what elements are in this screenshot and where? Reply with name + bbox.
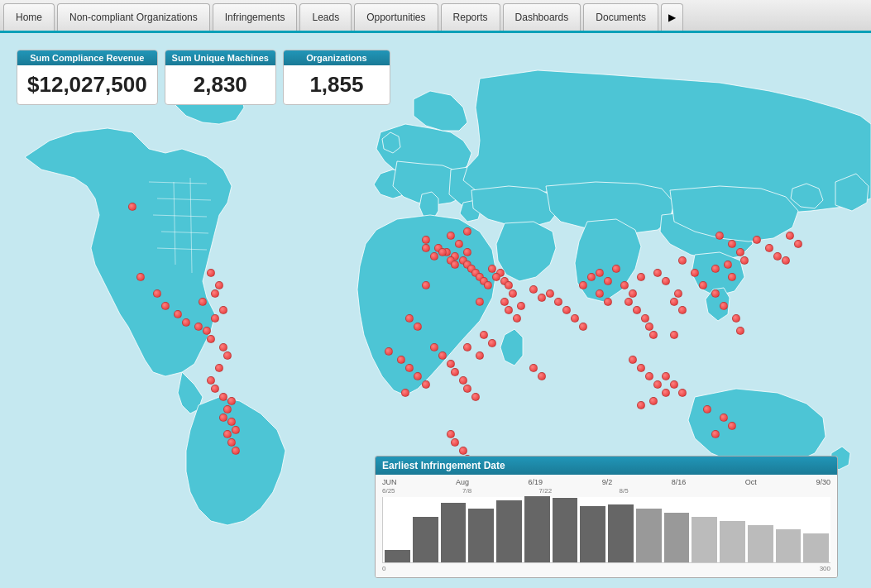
map-marker-115 (488, 339, 496, 347)
tab-documents[interactable]: Documents (583, 3, 658, 31)
map-marker-41 (455, 240, 463, 248)
map-marker-91 (720, 302, 728, 310)
map-marker-20 (219, 393, 227, 401)
map-marker-132 (414, 372, 422, 380)
map-marker-109 (459, 376, 467, 385)
chart-bar-12 (720, 521, 745, 562)
map-marker-18 (207, 376, 215, 385)
chart-sublabel-722: 7/22 (539, 487, 553, 495)
nav-more-button[interactable]: ▶ (661, 3, 683, 31)
chart-y-label-0: 0 (382, 565, 385, 572)
map-marker-76 (633, 306, 641, 314)
map-marker-104 (794, 240, 802, 248)
chart-bar-14 (776, 529, 802, 562)
chart-bar-13 (748, 525, 773, 562)
map-marker-81 (653, 269, 662, 277)
map-marker-67 (587, 273, 596, 281)
map-marker-42 (463, 248, 471, 256)
map-marker-87 (691, 269, 699, 277)
chart-label-619: 6/19 (529, 478, 543, 486)
chart-x-labels: JUN Aug 6/19 9/2 8/16 Oct 9/30 (382, 478, 830, 486)
map-marker-47 (451, 261, 459, 269)
tab-reports[interactable]: Reports (441, 3, 500, 31)
chart-bar-7 (580, 506, 605, 562)
chart-sublabel-85: 8/5 (620, 487, 629, 495)
map-marker-94 (732, 314, 740, 323)
chart-label-jun: JUN (382, 478, 397, 486)
stat-value-machines: 2,830 (165, 65, 275, 104)
tab-home[interactable]: Home (3, 3, 55, 31)
map-marker-63 (562, 306, 571, 314)
map-marker-106 (438, 351, 447, 360)
map-marker-140 (529, 364, 538, 372)
map-marker-148 (629, 356, 637, 364)
map-marker-60 (538, 294, 546, 302)
map-marker-161 (728, 422, 736, 430)
map-marker-54 (509, 289, 517, 298)
chart-bar-11 (692, 517, 717, 562)
chart-bar-15 (803, 533, 829, 562)
map-marker-3 (161, 302, 170, 310)
map-marker-131 (405, 364, 414, 372)
map-marker-10 (207, 269, 215, 277)
map-marker-39 (484, 281, 492, 289)
map-marker-149 (637, 364, 645, 372)
navbar: Home Non-compliant Organizations Infring… (0, 0, 871, 33)
map-marker-21 (227, 397, 236, 405)
tab-non-compliant[interactable]: Non-compliant Organizations (57, 3, 210, 31)
main-content: Sum Compliance Revenue $12,027,500 Sum U… (0, 33, 871, 588)
map-marker-80 (649, 331, 658, 339)
map-marker-113 (476, 351, 484, 360)
map-marker-130 (397, 356, 405, 364)
map-marker-107 (447, 360, 455, 368)
map-marker-139 (476, 298, 484, 306)
map-marker-16 (223, 351, 232, 360)
map-marker-84 (678, 306, 687, 314)
tab-infringements[interactable]: Infringements (213, 3, 298, 31)
map-marker-92 (724, 261, 732, 269)
chart-label-930: 9/30 (816, 478, 830, 486)
map-marker-61 (546, 289, 554, 298)
map-marker-75 (625, 298, 633, 306)
map-marker-116 (447, 430, 455, 438)
map-marker-49 (488, 265, 496, 273)
map-marker-40 (447, 232, 455, 240)
chart-panel: Earliest Infringement Date JUN Aug 6/19 … (375, 456, 838, 578)
map-marker-12 (211, 314, 219, 323)
chart-label-92: 9/2 (602, 478, 613, 486)
map-marker-77 (637, 273, 645, 281)
map-marker-45 (438, 248, 447, 256)
chart-sublabel-78: 7/8 (462, 487, 471, 495)
map-marker-133 (422, 380, 430, 389)
map-marker-95 (736, 327, 744, 335)
map-marker-55 (500, 298, 509, 306)
map-marker-51 (492, 273, 500, 281)
map-marker-99 (740, 256, 749, 265)
map-marker-156 (670, 380, 678, 389)
map-marker-58 (513, 314, 521, 323)
map-marker-1 (136, 273, 145, 281)
chart-bar-9 (636, 509, 662, 562)
stat-box-machines: Sum Unique Machines 2,830 (165, 50, 276, 105)
map-marker-98 (736, 248, 744, 256)
map-marker-158 (670, 331, 678, 339)
chart-label-aug: Aug (456, 478, 469, 486)
chart-title: Earliest Infringement Date (376, 457, 837, 475)
map-marker-15 (219, 343, 227, 351)
chart-bar-3 (468, 509, 494, 562)
tab-leads[interactable]: Leads (299, 3, 352, 31)
tab-dashboards[interactable]: Dashboards (503, 3, 581, 31)
map-marker-68 (596, 269, 604, 277)
chart-bar-2 (441, 503, 467, 562)
map-marker-69 (604, 277, 612, 285)
map-marker-160 (720, 414, 728, 422)
chart-body: JUN Aug 6/19 9/2 8/16 Oct 9/30 6/25 7/8 … (376, 475, 837, 577)
map-marker-82 (662, 277, 670, 285)
chart-x-sublabels: 6/25 7/8 7/22 8/5 (382, 487, 830, 495)
map-marker-4 (174, 310, 182, 318)
map-marker-101 (765, 244, 773, 252)
tab-opportunities[interactable]: Opportunities (354, 3, 438, 31)
chart-bars-container (382, 497, 830, 563)
map-marker-164 (422, 281, 430, 289)
map-marker-23 (219, 414, 227, 422)
